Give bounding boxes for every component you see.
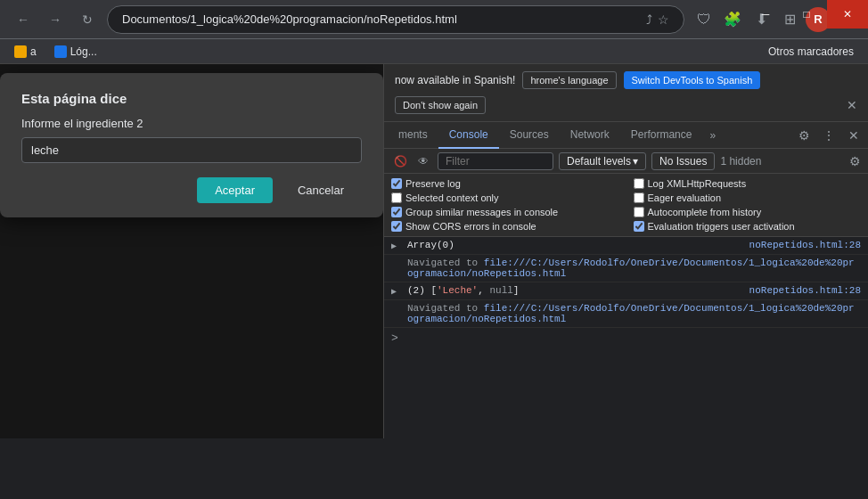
banner-close-icon[interactable]: ✕ [847,98,857,112]
filter-input[interactable] [438,152,553,170]
array0-link[interactable]: noRepetidos.html:28 [749,240,861,250]
console-row-nav2: Navigated to file:///C:/Users/Rodolfo/On… [384,300,868,328]
eye-icon[interactable]: 👁 [414,152,432,170]
bookmark-favicon [14,45,27,58]
accept-button[interactable]: Aceptar [197,177,273,203]
prompt-arrow: > [391,331,398,345]
devtools-banner: now available in Spanish! hrome's langua… [384,64,868,122]
tab-elements[interactable]: ments [388,122,438,149]
settings-icon[interactable]: ⚙ [793,125,815,146]
nav2-content: Navigated to file:///C:/Users/Rodolfo/On… [407,303,861,324]
checkbox-eager-eval: Eager evaluation [634,192,862,204]
dt-checkboxes: Preserve log Log XMLHttpRequests Selecte… [384,174,868,237]
bookmark-label-log: Lóg... [70,45,97,58]
forward-button[interactable]: → [43,7,68,32]
more-options-icon[interactable]: ⋮ [818,125,839,146]
no-issues-badge[interactable]: No Issues [651,152,715,170]
main-area: Esta página dice Informe el ingrediente … [0,64,868,438]
array2-arrow-icon[interactable]: ▶ [391,286,400,297]
devtools-close-icon[interactable]: ✕ [843,125,864,146]
tab-sources[interactable]: Sources [499,122,560,149]
console-row-array0: ▶ Array(0) noRepetidos.html:28 [384,237,868,255]
checkbox-autocomplete: Autocomplete from history [634,206,862,218]
group-similar-checkbox[interactable] [391,207,402,217]
log-xmlhttp-checkbox[interactable] [634,178,644,189]
tab-network[interactable]: Network [560,122,620,149]
array2-link[interactable]: noRepetidos.html:28 [749,285,861,296]
back-button[interactable]: ← [11,7,36,32]
eval-triggers-checkbox[interactable] [634,221,644,232]
checkbox-log-xmlhttp: Log XMLHttpRequests [634,177,862,190]
preserve-log-checkbox[interactable] [391,178,402,189]
checkbox-cors-errors: Show CORS errors in console [391,220,619,233]
devtools-panel: now available in Spanish! hrome's langua… [383,64,868,438]
dt-toolbar: 🚫 👁 Default levels ▾ No Issues 1 hidden … [384,149,868,174]
devtools-tabs: ments Console Sources Network Performanc… [384,122,868,149]
dialog-input[interactable] [21,137,362,163]
chevron-down-icon: ▾ [633,155,638,168]
tabs-more[interactable]: » [702,129,723,142]
minimize-button[interactable]: ─ [745,0,786,29]
dialog: Esta página dice Informe el ingrediente … [0,73,383,217]
array2-content: (2) ['Leche', null] [407,285,742,296]
banner-text: now available in Spanish! [395,74,515,86]
dialog-overlay: Esta página dice Informe el ingrediente … [0,64,383,438]
shield-icon[interactable]: 🛡 [692,7,717,32]
maximize-button[interactable]: □ [786,0,827,29]
dialog-label: Informe el ingrediente 2 [21,117,362,130]
bookmarks-other[interactable]: Otros marcadores [761,44,861,60]
array0-content: Array(0) [407,240,742,250]
puzzle-icon[interactable]: 🧩 [720,7,745,32]
url-bar[interactable]: Documentos/1_logica%20de%20programacion/… [107,5,684,34]
address-bar: ← → ↻ Documentos/1_logica%20de%20program… [0,0,868,39]
bookmarks-bar: a Lóg... Otros marcadores [0,39,868,64]
dialog-buttons: Aceptar Cancelar [21,177,362,203]
cors-errors-checkbox[interactable] [391,221,402,232]
array-arrow-icon[interactable]: ▶ [391,241,400,251]
switch-devtools-button[interactable]: Switch DevTools to Spanish [624,71,761,89]
clear-icon[interactable]: 🚫 [391,152,409,170]
console-prompt: > [384,328,868,348]
bookmark-item-a[interactable]: a [7,44,44,60]
reload-button[interactable]: ↻ [75,7,100,32]
tab-performance[interactable]: Performance [620,122,703,149]
hidden-count: 1 hidden [720,155,761,168]
url-text: Documentos/1_logica%20de%20programacion/… [122,12,457,26]
dialog-title: Esta página dice [21,91,362,106]
cancel-button[interactable]: Cancelar [280,177,362,203]
webpage-area: Esta página dice Informe el ingrediente … [0,64,383,438]
autocomplete-checkbox[interactable] [634,207,644,217]
checkbox-eval-triggers: Evaluation triggers user activation [634,220,862,233]
language-button[interactable]: hrome's language [522,71,616,89]
bookmark-favicon-2 [54,45,67,58]
nav1-content: Navigated to file:///C:/Users/Rodolfo/On… [407,258,861,279]
checkbox-preserve-log: Preserve log [391,177,619,190]
eager-eval-checkbox[interactable] [634,192,644,203]
bookmark-item-log[interactable]: Lóg... [47,44,104,60]
selected-context-checkbox[interactable] [391,192,402,203]
dont-show-button[interactable]: Don't show again [395,96,486,114]
tab-console[interactable]: Console [438,122,499,149]
console-row-nav1: Navigated to file:///C:/Users/Rodolfo/On… [384,255,868,282]
default-levels-dropdown[interactable]: Default levels ▾ [559,152,646,170]
bookmark-label-a: a [30,45,37,58]
bookmark-icon[interactable]: ☆ [658,12,669,27]
dt-gear-icon[interactable]: ⚙ [849,154,861,168]
checkbox-selected-context: Selected context only [391,192,619,204]
console-row-array2: ▶ (2) ['Leche', null] noRepetidos.html:2… [384,282,868,300]
devtools-icons: ⚙ ⋮ ✕ [793,125,864,146]
share-icon[interactable]: ⤴ [646,12,652,27]
close-button[interactable]: ✕ [827,0,868,29]
console-output: ▶ Array(0) noRepetidos.html:28 Navigated… [384,237,868,438]
checkbox-group-similar: Group similar messages in console [391,206,619,218]
window-controls: ─ □ ✕ [745,0,868,29]
